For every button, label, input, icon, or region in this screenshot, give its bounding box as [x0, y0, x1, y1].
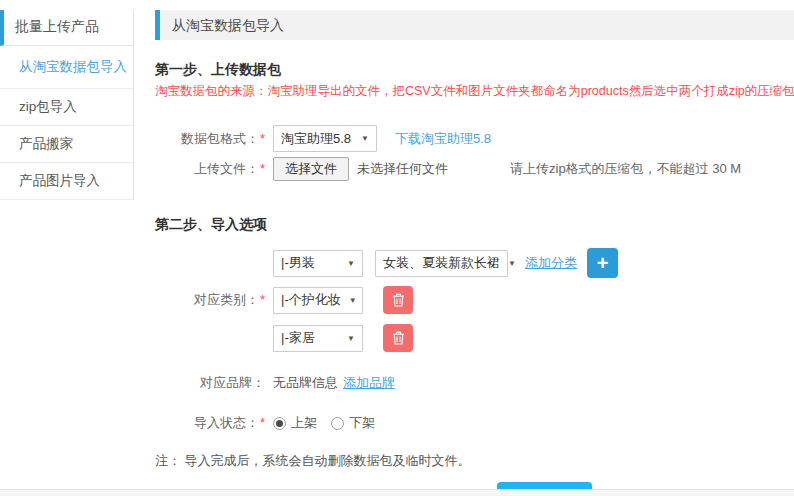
radio-unselected-icon: [331, 417, 344, 430]
step2-heading: 第二步、导入选项: [155, 216, 794, 234]
brand-label: 对应品牌：: [155, 374, 265, 392]
chevron-down-icon: ▼: [347, 259, 355, 268]
category-select-2-value: 女装、夏装新款长裙: [383, 254, 500, 272]
sidebar: 批量上传产品 从淘宝数据包导入 zip包导入 产品搬家 产品图片导入: [0, 10, 134, 200]
add-category-link[interactable]: 添加分类: [525, 254, 577, 272]
required-asterisk: *: [260, 292, 265, 307]
radio-on-shelf[interactable]: 上架: [273, 414, 317, 432]
step1-heading: 第一步、上传数据包: [155, 61, 794, 79]
sidebar-item-taobao-package-import[interactable]: 从淘宝数据包导入: [0, 46, 133, 89]
mapping-select-2[interactable]: |-家居 ▼: [273, 325, 363, 352]
delete-mapping-button-1[interactable]: [383, 286, 413, 314]
sidebar-item-product-image-import[interactable]: 产品图片导入: [0, 163, 133, 200]
radio-selected-icon: [273, 417, 286, 430]
trash-icon: [392, 331, 405, 345]
trash-icon: [392, 293, 405, 307]
mapping-select-1-value: |-个护化妆: [281, 291, 341, 309]
add-brand-link[interactable]: 添加品牌: [343, 374, 395, 392]
add-category-button[interactable]: +: [587, 248, 618, 278]
mapping-label: 对应类别：*: [155, 291, 265, 309]
required-asterisk: *: [260, 415, 265, 430]
upload-label: 上传文件：*: [155, 160, 265, 178]
category-select-2[interactable]: 女装、夏装新款长裙 ▼: [375, 250, 508, 277]
choose-file-button[interactable]: 选择文件: [273, 157, 349, 181]
sidebar-item-zip-import[interactable]: zip包导入: [0, 89, 133, 126]
package-format-value: 淘宝助理5.8: [281, 130, 351, 148]
package-format-select[interactable]: 淘宝助理5.8 ▼: [273, 125, 377, 152]
main-panel: 从淘宝数据包导入 第一步、上传数据包 淘宝数据包的来源：淘宝助理导出的文件，把C…: [155, 10, 794, 496]
chevron-down-icon: ▼: [347, 334, 355, 343]
mapping-select-2-value: |-家居: [281, 329, 315, 347]
mapping-row-2: |-家居 ▼: [155, 324, 794, 352]
sidebar-title: 批量上传产品: [0, 10, 133, 46]
sidebar-item-product-move[interactable]: 产品搬家: [0, 126, 133, 163]
required-asterisk: *: [260, 131, 265, 146]
category-select-1[interactable]: |-男装 ▼: [273, 250, 363, 277]
status-label: 导入状态：*: [155, 414, 265, 432]
step1-source-note: 淘宝数据包的来源：淘宝助理导出的文件，把CSV文件和图片文件夹都命名为produ…: [155, 83, 794, 100]
upload-row: 上传文件：* 选择文件 未选择任何文件 请上传zip格式的压缩包，不能超过 30…: [155, 157, 794, 181]
mapping-select-1[interactable]: |-个护化妆 ▼: [273, 287, 363, 314]
format-row: 数据包格式：* 淘宝助理5.8 ▼ 下载淘宝助理5.8: [155, 125, 794, 152]
page-header: 从淘宝数据包导入: [155, 10, 794, 40]
plus-icon: +: [597, 253, 609, 273]
chevron-down-icon: ▼: [361, 134, 369, 143]
chevron-down-icon: ▼: [349, 296, 357, 305]
category-row: |-男装 ▼ 女装、夏装新款长裙 ▼ 添加分类 +: [155, 248, 794, 278]
page-title: 从淘宝数据包导入: [172, 17, 284, 33]
format-label: 数据包格式：*: [155, 130, 265, 148]
footer-bar: [0, 489, 794, 496]
mapping-row-1: 对应类别：* |-个护化妆 ▼: [155, 286, 794, 314]
status-row: 导入状态：* 上架 下架: [155, 414, 794, 432]
chevron-down-icon: ▼: [508, 259, 516, 268]
radio-off-shelf[interactable]: 下架: [331, 414, 375, 432]
brand-value: 无品牌信息: [273, 374, 338, 392]
category-select-1-value: |-男装: [281, 254, 315, 272]
footnote: 注： 导入完成后，系统会自动删除数据包及临时文件。: [155, 452, 794, 470]
file-status-text: 未选择任何文件: [357, 160, 448, 178]
brand-row: 对应品牌： 无品牌信息 添加品牌: [155, 374, 794, 392]
required-asterisk: *: [260, 161, 265, 176]
download-assistant-link[interactable]: 下载淘宝助理5.8: [395, 130, 491, 148]
delete-mapping-button-2[interactable]: [383, 324, 413, 352]
upload-hint: 请上传zip格式的压缩包，不能超过 30 M: [510, 160, 741, 178]
